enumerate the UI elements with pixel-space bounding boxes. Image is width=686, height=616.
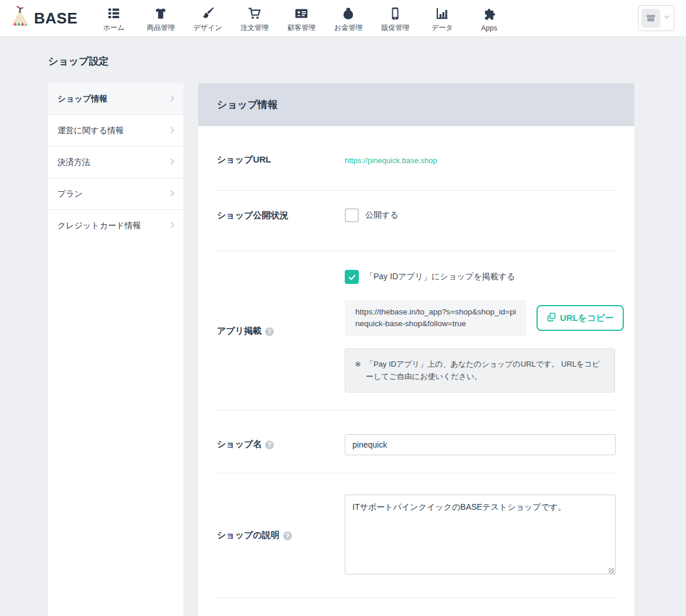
panel-header-title: ショップ情報 xyxy=(217,98,278,111)
app-listing-label-text: アプリ掲載 xyxy=(217,326,262,337)
app-listing-note: ※ 「Pay IDアプリ」上の、あなたのショップのURLです。 URLをコピーし… xyxy=(345,348,615,392)
publish-checkbox-label: 公開する xyxy=(365,210,399,221)
app-listing-checkbox[interactable] xyxy=(345,270,359,284)
paintbrush-icon xyxy=(200,6,215,21)
shop-name-label: ショップ名 ? xyxy=(217,439,345,450)
base-admin-screen: BASE ホーム 商品管理 xyxy=(0,0,686,616)
textarea-resize-handle[interactable] xyxy=(609,568,614,574)
shop-description-textarea[interactable]: ITサポートパインクイックのBASEテストショップです。 xyxy=(345,495,616,574)
chevron-right-icon xyxy=(168,221,176,231)
sidebar-item-operator-info[interactable]: 運営に関する情報 xyxy=(48,115,184,147)
nav-label: 注文管理 xyxy=(240,23,269,33)
sidebar-item-label: ショップ情報 xyxy=(57,94,107,104)
chevron-right-icon xyxy=(168,189,176,199)
nav-item-home[interactable]: ホーム xyxy=(90,4,137,33)
publish-checkbox-row: 公開する xyxy=(345,208,616,222)
nav-item-money[interactable]: お金管理 xyxy=(325,4,372,33)
field-row-publish-status: ショップ公開状況 公開する xyxy=(217,191,616,251)
panel-content: ショップURL https://pinequick.base.shop ショップ… xyxy=(198,126,634,616)
sidebar-item-shop-info[interactable]: ショップ情報 xyxy=(48,83,184,115)
nav-item-data[interactable]: データ xyxy=(419,4,466,33)
chevron-down-icon xyxy=(663,13,671,23)
settings-sidebar: ショップ情報 運営に関する情報 決済方法 xyxy=(48,83,184,616)
note-text: 「Pay IDアプリ」上の、あなたのショップのURLです。 URLをコピーしてご… xyxy=(366,358,605,383)
base-tent-icon xyxy=(8,5,32,31)
sidebar-item-payment-methods[interactable]: 決済方法 xyxy=(48,147,184,178)
storefront-icon xyxy=(641,9,660,28)
nav-label: お金管理 xyxy=(334,23,362,33)
purse-icon xyxy=(341,6,356,21)
app-url-box: https://thebase.in/to_app?s=shop&shop_id… xyxy=(345,300,527,336)
field-row-app-listing: アプリ掲載 ? 「Pay IDアプリ」にショップを掲載する xyxy=(217,251,616,411)
help-icon[interactable]: ? xyxy=(265,441,274,449)
base-logo[interactable]: BASE xyxy=(8,5,77,31)
app-url-row: https://thebase.in/to_app?s=shop&shop_id… xyxy=(345,300,624,336)
app-listing-checkbox-row: 「Pay IDアプリ」にショップを掲載する xyxy=(345,270,624,284)
base-logo-text: BASE xyxy=(34,9,77,28)
nav-label: 販促管理 xyxy=(381,23,409,33)
puzzle-icon xyxy=(481,7,497,22)
help-icon[interactable]: ? xyxy=(283,532,292,540)
sidebar-item-credit-card-info[interactable]: クレジットカード情報 xyxy=(48,210,184,242)
shop-description-label-text: ショップの説明 xyxy=(217,530,280,541)
shop-name-input[interactable] xyxy=(345,434,616,455)
copy-icon xyxy=(546,312,556,324)
app-listing-checkbox-label: 「Pay IDアプリ」にショップを掲載する xyxy=(365,272,515,282)
nav-items: ホーム 商品管理 デザイン xyxy=(90,4,512,33)
nav-item-promotion[interactable]: 販促管理 xyxy=(372,4,419,33)
shop-description-label: ショップの説明 ? xyxy=(217,530,345,541)
tshirt-icon xyxy=(153,6,168,21)
nav-label: 顧客管理 xyxy=(287,23,315,33)
nav-label: データ xyxy=(432,23,453,33)
home-list-icon xyxy=(106,6,121,21)
shop-name-label-text: ショップ名 xyxy=(217,439,262,450)
shop-url-link[interactable]: https://pinequick.base.shop xyxy=(345,156,437,165)
page-title: ショップ設定 xyxy=(48,55,686,68)
chevron-right-icon xyxy=(168,157,176,168)
sidebar-item-label: クレジットカード情報 xyxy=(57,221,141,231)
sidebar-item-label: 決済方法 xyxy=(57,157,90,168)
shop-account-dropdown-button[interactable] xyxy=(638,5,674,31)
nav-item-products[interactable]: 商品管理 xyxy=(137,4,184,33)
field-row-shop-url: ショップURL https://pinequick.base.shop xyxy=(217,126,616,191)
nav-label: ホーム xyxy=(103,23,125,33)
publish-checkbox[interactable] xyxy=(345,208,359,222)
page-body: ショップ設定 ショップ情報 運営に関する情報 決済方法 xyxy=(0,37,686,616)
nav-item-customers[interactable]: 顧客管理 xyxy=(278,4,325,33)
copy-url-button-label: URLをコピー xyxy=(560,313,614,324)
field-row-shop-description: ショップの説明 ? ITサポートパインクイックのBASEテストショップです。 xyxy=(217,473,616,598)
chevron-right-icon xyxy=(168,126,176,136)
nav-label: Apps xyxy=(481,24,497,32)
nav-item-design[interactable]: デザイン xyxy=(184,4,231,33)
panel-header: ショップ情報 xyxy=(198,83,634,126)
shop-info-panel: ショップ情報 ショップURL https://pinequick.base.sh… xyxy=(198,83,634,616)
bar-chart-icon xyxy=(434,6,450,21)
cart-icon xyxy=(247,6,262,21)
publish-status-label: ショップ公開状況 xyxy=(217,210,345,221)
nav-item-orders[interactable]: 注文管理 xyxy=(231,4,278,33)
copy-url-button[interactable]: URLをコピー xyxy=(536,305,624,331)
shop-url-label: ショップURL xyxy=(217,154,345,165)
sidebar-item-label: 運営に関する情報 xyxy=(57,126,124,136)
app-listing-label: アプリ掲載 ? xyxy=(217,326,345,337)
contact-card-icon xyxy=(294,6,309,21)
nav-label: 商品管理 xyxy=(147,23,175,33)
nav-label: デザイン xyxy=(193,23,222,33)
note-marker: ※ xyxy=(355,358,361,383)
sidebar-item-label: プラン xyxy=(57,189,83,199)
nav-item-apps[interactable]: Apps xyxy=(466,4,512,33)
sidebar-item-plan[interactable]: プラン xyxy=(48,178,184,210)
field-row-shop-name: ショップ名 ? xyxy=(217,411,616,473)
top-navigation-bar: BASE ホーム 商品管理 xyxy=(0,0,686,37)
smartphone-icon xyxy=(388,6,403,21)
help-icon[interactable]: ? xyxy=(265,327,274,336)
chevron-right-icon xyxy=(168,94,176,104)
